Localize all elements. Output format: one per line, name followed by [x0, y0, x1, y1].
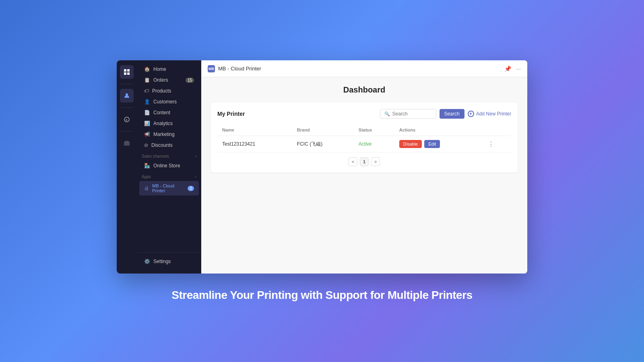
app-window: $ 🏠 Home 📋 Orders 15: [117, 60, 527, 274]
svg-rect-8: [124, 144, 130, 144]
top-bar-left: MB MB - Cloud Printer: [208, 65, 261, 72]
next-page-button[interactable]: >: [371, 157, 380, 166]
icon-bar-divider2: [121, 107, 133, 108]
icon-bar-apps[interactable]: [120, 136, 134, 150]
sidebar-nav: 🏠 Home 📋 Orders 15 🏷 Products 👤 Customer…: [137, 64, 201, 252]
sidebar-item-marketing[interactable]: 📢 Marketing: [139, 129, 199, 140]
sidebar-item-online-store[interactable]: 🏪 Online Store: [139, 160, 199, 171]
col-header-brand: Brand: [292, 124, 354, 136]
analytics-icon: 📊: [144, 121, 150, 126]
pin-icon[interactable]: 📌: [504, 66, 511, 72]
cell-status: Active: [354, 136, 394, 152]
sidebar-item-home[interactable]: 🏠 Home: [139, 64, 199, 74]
col-header-more: [483, 124, 511, 136]
col-header-name: Name: [217, 124, 292, 136]
icon-bar-currency[interactable]: $: [120, 113, 134, 126]
top-bar: MB MB - Cloud Printer 📌 ···: [201, 60, 527, 77]
sales-channels-label: Sales channels ›: [137, 151, 201, 160]
online-store-icon: 🏪: [144, 163, 150, 169]
disable-button[interactable]: Disable: [399, 140, 422, 148]
row-more-button[interactable]: ⋮: [488, 140, 494, 148]
cell-name: Test123123421: [217, 136, 292, 152]
app-title: MB - Cloud Printer: [218, 66, 261, 72]
svg-rect-9: [124, 145, 130, 145]
discounts-icon: ⊘: [144, 142, 148, 148]
sidebar: 🏠 Home 📋 Orders 15 🏷 Products 👤 Customer…: [137, 60, 201, 274]
sidebar-item-settings[interactable]: ⚙️ Settings: [139, 256, 199, 267]
sidebar-item-analytics[interactable]: 📊 Analytics: [139, 118, 199, 129]
sidebar-item-orders[interactable]: 📋 Orders 15: [139, 75, 199, 85]
col-header-actions: Actions: [394, 124, 483, 136]
svg-rect-3: [127, 72, 130, 75]
top-bar-right: 📌 ···: [504, 66, 521, 72]
col-header-status: Status: [354, 124, 394, 136]
svg-rect-1: [127, 69, 130, 72]
printer-section-header: My Printer 🔍 Search + Add New Printer: [217, 109, 511, 119]
app-icon-badge: MB: [208, 65, 215, 72]
my-printer-title: My Printer: [217, 111, 245, 117]
content-icon: 📄: [144, 110, 150, 115]
marketing-icon: 📢: [144, 132, 150, 137]
plus-circle-icon: +: [468, 111, 474, 117]
svg-rect-0: [124, 69, 126, 72]
sidebar-footer: ⚙️ Settings: [137, 252, 201, 270]
tagline: Streamline Your Printing with Support fo…: [171, 289, 472, 302]
table-header-row: Name Brand Status Actions: [217, 124, 511, 136]
icon-bar-divider3: [121, 131, 133, 132]
sidebar-item-cloud-printer[interactable]: 🖨 MB - Cloud Printer 0: [139, 181, 199, 195]
sales-channels-arrow: ›: [195, 154, 196, 158]
cell-actions: Disable Edit: [394, 136, 483, 152]
dashboard-title: Dashboard: [211, 85, 518, 95]
search-icon: 🔍: [384, 111, 390, 117]
main-content: MB MB - Cloud Printer 📌 ··· Dashboard My…: [201, 60, 527, 274]
page-1-button[interactable]: 1: [360, 157, 369, 166]
prev-page-button[interactable]: <: [349, 157, 357, 166]
printer-section: My Printer 🔍 Search + Add New Printer: [211, 103, 518, 173]
icon-bar-grid[interactable]: [120, 65, 134, 79]
sidebar-item-customers[interactable]: 👤 Customers: [139, 97, 199, 107]
cell-brand: FCIC (飞磁): [292, 136, 354, 152]
home-icon: 🏠: [144, 66, 150, 72]
search-button[interactable]: Search: [440, 109, 464, 119]
icon-bar: $: [117, 60, 137, 274]
cloud-printer-icon: 🖨: [144, 185, 149, 191]
pagination: < 1 >: [217, 157, 511, 166]
icon-bar-people[interactable]: [120, 89, 134, 103]
icon-bar-divider1: [121, 84, 133, 84]
settings-icon: ⚙️: [144, 259, 150, 264]
search-box: 🔍: [380, 109, 436, 119]
add-printer-button[interactable]: + Add New Printer: [468, 111, 511, 117]
apps-label: Apps ›: [137, 171, 201, 181]
search-area: 🔍 Search + Add New Printer: [380, 109, 511, 119]
printer-table: Name Brand Status Actions Test123123421 …: [217, 124, 511, 152]
outer-wrapper: $ 🏠 Home 📋 Orders 15: [0, 0, 644, 362]
orders-badge: 15: [186, 78, 194, 83]
more-options-icon[interactable]: ···: [516, 66, 521, 72]
svg-rect-7: [124, 142, 130, 143]
customers-icon: 👤: [144, 99, 150, 105]
sidebar-item-content[interactable]: 📄 Content: [139, 107, 199, 118]
sidebar-item-products[interactable]: 🏷 Products: [139, 86, 199, 96]
svg-rect-10: [125, 141, 129, 142]
table-row: Test123123421 FCIC (飞磁) Active Disable E…: [217, 136, 511, 152]
printer-notification: 0: [188, 186, 194, 191]
svg-rect-2: [124, 72, 126, 75]
apps-arrow: ›: [195, 175, 196, 179]
orders-icon: 📋: [144, 77, 150, 83]
search-input[interactable]: [392, 111, 433, 117]
sidebar-item-discounts[interactable]: ⊘ Discounts: [139, 140, 199, 150]
dashboard-area: Dashboard My Printer 🔍 Search +: [201, 77, 527, 274]
products-icon: 🏷: [144, 88, 149, 94]
cell-more: ⋮: [483, 136, 511, 152]
edit-button[interactable]: Edit: [424, 140, 440, 148]
svg-text:$: $: [126, 118, 128, 122]
